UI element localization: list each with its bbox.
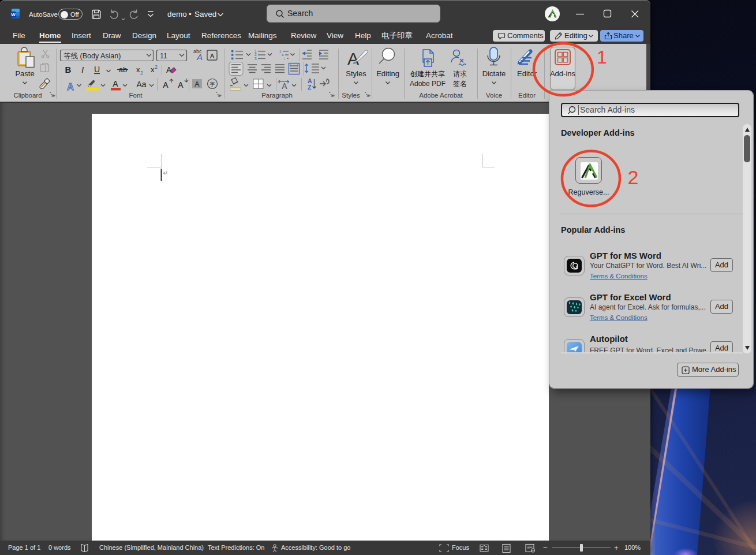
svg-text:等线 (Body Asian): 等线 (Body Asian) — [63, 52, 121, 60]
svg-text:3: 3 — [255, 57, 257, 61]
svg-text:Editor: Editor — [517, 69, 537, 78]
svg-text:Dictate: Dictate — [482, 69, 506, 78]
svg-text:Paragraph: Paragraph — [261, 92, 293, 99]
svg-text:A: A — [113, 79, 118, 88]
svg-text:D: D — [442, 546, 446, 552]
svg-text:100%: 100% — [624, 544, 641, 551]
svg-text:2: 2 — [140, 70, 143, 76]
svg-text:B: B — [65, 65, 72, 75]
svg-text:Add-ins: Add-ins — [550, 69, 576, 78]
svg-text:Voice: Voice — [486, 92, 502, 99]
svg-text:A: A — [67, 82, 74, 92]
svg-text:−: − — [543, 543, 548, 552]
svg-text:Styles: Styles — [342, 92, 360, 99]
svg-text:x: x — [136, 65, 140, 74]
svg-text:Editor: Editor — [518, 92, 536, 99]
svg-text:Styles: Styles — [346, 69, 366, 78]
svg-text:Chinese (Simplified, Mainland: Chinese (Simplified, Mainland China) — [99, 544, 204, 551]
svg-text:A: A — [196, 52, 203, 62]
svg-text:请求: 请求 — [453, 70, 467, 78]
svg-text:Paste: Paste — [15, 69, 34, 78]
svg-text:Adobe Acrobat: Adobe Acrobat — [419, 92, 463, 99]
svg-text:2: 2 — [155, 64, 158, 70]
svg-text:Font: Font — [129, 92, 143, 99]
svg-text:Adobe PDF: Adobe PDF — [410, 80, 446, 88]
svg-text:W: W — [11, 12, 16, 17]
svg-text:I: I — [81, 65, 84, 75]
svg-text:Accessibility: Good to go: Accessibility: Good to go — [281, 544, 350, 551]
svg-text:A: A — [163, 80, 169, 90]
svg-text:Aa: Aa — [136, 80, 146, 89]
svg-text:a: a — [282, 53, 284, 57]
svg-text:字: 字 — [210, 81, 215, 87]
svg-text:Z: Z — [308, 84, 312, 91]
svg-text:创建并共享: 创建并共享 — [410, 70, 445, 78]
svg-text:A: A — [210, 53, 215, 59]
svg-text:Page 1 of 1: Page 1 of 1 — [8, 544, 40, 551]
svg-text:i: i — [284, 57, 285, 61]
svg-text:11: 11 — [160, 52, 167, 60]
svg-text:0 words: 0 words — [48, 544, 71, 551]
svg-text:+: + — [614, 543, 619, 552]
svg-text:A: A — [282, 81, 287, 91]
svg-text:A: A — [347, 49, 359, 68]
svg-text:Focus: Focus — [452, 544, 469, 551]
svg-text:签名: 签名 — [453, 80, 467, 88]
svg-text:U: U — [94, 65, 100, 74]
svg-text:1: 1 — [279, 50, 282, 53]
svg-text:x: x — [151, 65, 155, 74]
svg-text:A: A — [194, 80, 200, 88]
svg-text:Editing: Editing — [376, 69, 399, 78]
svg-text:A: A — [178, 80, 184, 90]
svg-text:Text Predictions: On: Text Predictions: On — [208, 544, 264, 551]
svg-text:Clipboard: Clipboard — [13, 92, 42, 99]
